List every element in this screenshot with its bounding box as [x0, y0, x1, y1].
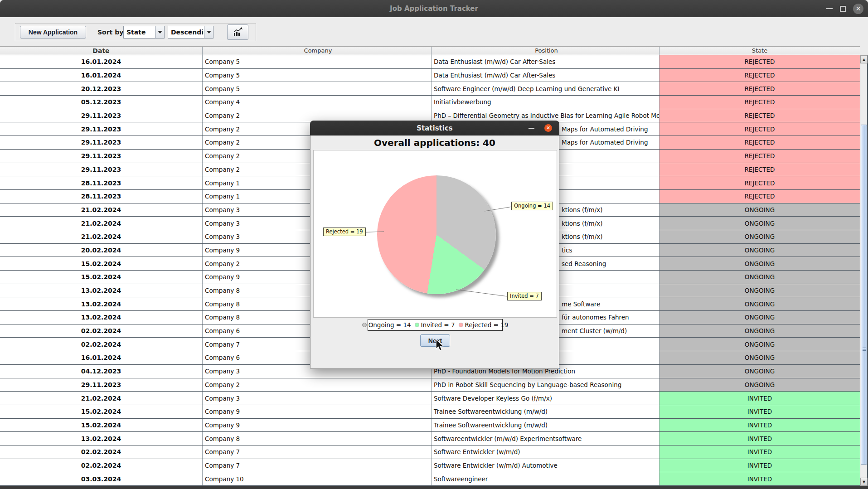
cell-state: REJECTED	[659, 163, 860, 176]
table-row[interactable]: 15.02.2024 Company 9 Trainee Softwareent…	[0, 405, 860, 419]
cell-position: Data Enthusiast (m/w/d) Car After-Sales	[432, 55, 659, 68]
cell-state: INVITED	[659, 405, 860, 418]
cell-date: 03.03.2024	[0, 472, 203, 485]
legend-item: Invited = 7	[415, 321, 455, 329]
cell-state: ONGOING	[659, 338, 860, 351]
app-window: { "window": { "title": "Job Application …	[0, 0, 868, 489]
cell-state: ONGOING	[659, 244, 860, 257]
cell-date: 13.02.2024	[0, 432, 203, 445]
vertical-scrollbar[interactable]: ▲ ▼	[860, 55, 868, 486]
cell-company: Company 9	[203, 405, 432, 418]
cell-date: 28.11.2023	[0, 176, 203, 189]
cell-state: ONGOING	[659, 324, 860, 338]
table-row[interactable]: 02.02.2024 Company 7 Software Entwickler…	[0, 459, 860, 473]
cell-date: 29.11.2023	[0, 136, 203, 149]
table-row[interactable]: 21.02.2024 Company 3 Software Developer …	[0, 392, 860, 405]
legend-swatch-icon	[362, 323, 367, 327]
scroll-up-icon[interactable]: ▲	[860, 55, 868, 63]
cell-date: 04.12.2023	[0, 365, 203, 378]
cell-date: 02.02.2024	[0, 459, 203, 472]
cell-date: 21.02.2024	[0, 392, 203, 405]
chart-icon	[233, 27, 243, 37]
cell-state: ONGOING	[659, 297, 860, 310]
legend-swatch-icon	[415, 323, 419, 327]
sort-order-value: Descending	[168, 29, 204, 36]
legend-item: Rejected = 19	[459, 321, 509, 329]
cell-position: Trainee Softwareentwicklung (m/w/d)	[432, 419, 659, 432]
column-header-date[interactable]: Date	[0, 47, 203, 55]
cell-date: 29.11.2023	[0, 150, 203, 163]
toolbar-panel: New Application Sort by State Descending	[15, 23, 256, 41]
chevron-down-icon[interactable]	[155, 26, 164, 38]
legend-swatch-icon	[459, 323, 463, 327]
cell-date: 20.12.2023	[0, 82, 203, 95]
table-row[interactable]: 15.02.2024 Company 9 Trainee Softwareent…	[0, 419, 860, 432]
chart-heading: Overall applications: 40	[310, 136, 559, 150]
cell-position: Softwareentwickler (m/w/d) Experimentsof…	[432, 432, 659, 445]
cell-date: 29.11.2023	[0, 122, 203, 136]
table-row[interactable]: 03.03.2024 Company 10 Softwareengineer I…	[0, 472, 860, 486]
cell-date: 15.02.2024	[0, 257, 203, 270]
sort-field-select[interactable]: State	[123, 26, 165, 39]
cell-state: ONGOING	[659, 230, 860, 243]
cell-state: INVITED	[659, 432, 860, 445]
cell-state: INVITED	[659, 445, 860, 459]
cell-company: Company 7	[203, 459, 432, 472]
cell-position: Initiativbewerbung	[432, 96, 659, 109]
cell-state: ONGOING	[659, 351, 860, 364]
cell-state: ONGOING	[659, 217, 860, 230]
table-header: Date Company Position State	[0, 46, 860, 55]
callout-invited: Invited = 7	[507, 292, 542, 300]
cell-position: Software Entwickler (w/m/d)	[432, 445, 659, 459]
cell-position: Data Enthusiast (m/w/d) Car After-Sales	[432, 69, 659, 82]
window-controls: ✕	[826, 0, 863, 17]
cell-company: Company 5	[203, 69, 432, 82]
minimize-icon[interactable]	[826, 8, 833, 9]
cell-company: Company 8	[203, 432, 432, 445]
close-icon[interactable]: ✕	[853, 4, 863, 14]
dialog-close-icon[interactable]: ✕	[544, 124, 552, 132]
cell-state: INVITED	[659, 472, 860, 485]
column-header-position[interactable]: Position	[432, 47, 659, 55]
column-header-company[interactable]: Company	[203, 47, 432, 55]
chevron-down-icon[interactable]	[204, 26, 213, 38]
cell-state: REJECTED	[659, 96, 860, 109]
mouse-cursor-icon	[435, 339, 446, 352]
cell-date: 16.01.2024	[0, 69, 203, 82]
table-row[interactable]: 05.12.2023 Company 4 Initiativbewerbung …	[0, 96, 860, 109]
table-row[interactable]: 16.01.2024 Company 5 Data Enthusiast (m/…	[0, 69, 860, 82]
sort-order-select[interactable]: Descending	[168, 26, 213, 39]
cell-state: ONGOING	[659, 378, 860, 392]
table-row[interactable]: 02.02.2024 Company 7 Software Entwickler…	[0, 445, 860, 459]
new-application-button[interactable]: New Application	[20, 26, 86, 39]
cell-position: Software Engineer (m/w/d) Deep Learning …	[432, 82, 659, 95]
dialog-titlebar[interactable]: Statistics ✕	[310, 121, 559, 136]
table-row[interactable]: 16.01.2024 Company 5 Data Enthusiast (m/…	[0, 55, 860, 69]
statistics-chart-button[interactable]	[227, 24, 248, 40]
cell-date: 20.02.2024	[0, 244, 203, 257]
cell-company: Company 5	[203, 55, 432, 68]
scrollbar-thumb[interactable]	[861, 125, 867, 465]
table-row[interactable]: 29.11.2023 Company 2 PhD in Robot Skill …	[0, 378, 860, 392]
cell-state: REJECTED	[659, 136, 860, 149]
cell-state: REJECTED	[659, 69, 860, 82]
dialog-minimize-icon[interactable]	[529, 128, 534, 129]
cell-company: Company 4	[203, 96, 432, 109]
cell-state: REJECTED	[659, 109, 860, 122]
table-row[interactable]: 20.12.2023 Company 5 Software Engineer (…	[0, 82, 860, 96]
scroll-down-icon[interactable]: ▼	[860, 478, 868, 486]
maximize-icon[interactable]	[840, 6, 846, 12]
window-titlebar[interactable]: Job Application Tracker ✕	[0, 0, 868, 17]
cell-state: REJECTED	[659, 55, 860, 68]
table-row[interactable]: 13.02.2024 Company 8 Softwareentwickler …	[0, 432, 860, 445]
cell-date: 16.01.2024	[0, 351, 203, 364]
cell-date: 02.02.2024	[0, 324, 203, 338]
cell-date: 29.11.2023	[0, 163, 203, 176]
cell-company: Company 10	[203, 472, 432, 485]
cell-position: PhD in Robot Skill Sequencing by Languag…	[432, 378, 659, 392]
cell-company: Company 2	[203, 378, 432, 392]
column-header-state[interactable]: State	[659, 47, 860, 55]
cell-state: INVITED	[659, 419, 860, 432]
cell-state: ONGOING	[659, 284, 860, 297]
chart-legend: Ongoing = 14Invited = 7Rejected = 19	[368, 319, 503, 331]
